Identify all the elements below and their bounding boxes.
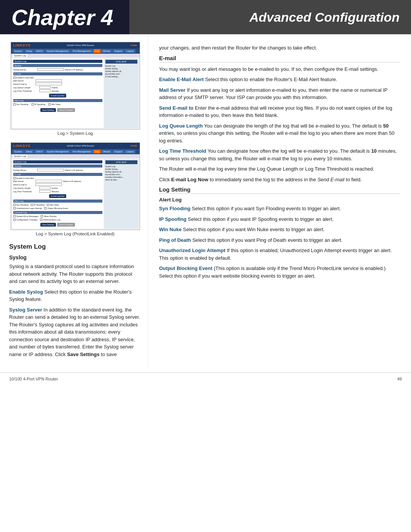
enable-syslog-term: Enable Syslog (9, 289, 43, 295)
email-log-para: The Router will e-mail the log every tim… (159, 165, 400, 173)
router-body-1: System Log Syslog Syslog Server (Name or… (11, 58, 140, 129)
email-log-now-term: E-mail Log Now (171, 177, 209, 182)
mail-server-para: Mail Server If you want any log or alert… (159, 86, 400, 101)
linksys-logo-1: LINKSYS (13, 43, 31, 47)
chapter-label: Chapter 4 (0, 0, 129, 34)
system-log-title: System Log (9, 243, 141, 251)
send-email-para: Send E-mail to Enter the e-mail address … (159, 104, 400, 119)
router-tabs-2: System Log (11, 154, 140, 158)
main-content: LINKSYS 10/100 4-Port VPN Router HOME Sy… (0, 34, 411, 369)
log-queue-para: Log Queue Length You can designate the l… (159, 122, 400, 145)
email-log-now-para: Click E-mail Log Now to immediately send… (159, 176, 400, 184)
syslog-para1: Syslog is a standard protocol used to ca… (9, 263, 141, 285)
log-time-para: Log Time Threshold You can designate how… (159, 147, 400, 162)
send-email-italic: Send E-mail to (317, 177, 350, 182)
log-time-term: Log Time Threshold (159, 148, 206, 154)
email-intro-para: You may want logs or alert messages to b… (159, 66, 400, 73)
page-header: Chapter 4 Advanced Configuration (0, 0, 411, 34)
win-nuke-para: Win Nuke Select this option if you want … (159, 226, 400, 233)
screenshot-1: LINKSYS 10/100 4-Port VPN Router HOME Sy… (11, 42, 140, 129)
log-queue-term: Log Queue Length (159, 123, 203, 129)
linksys-logo-2: LINKSYS (13, 144, 31, 148)
footer-left: 10/100 4-Port VPN Router (9, 377, 58, 381)
ping-of-death-term: Ping of Death (159, 237, 191, 243)
syn-flooding-para: Syn Flooding Select this option if you w… (159, 205, 400, 212)
router-tabs-1: System Log (11, 54, 140, 58)
footer-right: 49 (397, 377, 402, 381)
ip-spoofing-para: IP Spoofing Select this option if you wa… (159, 216, 400, 223)
router-body-2: System Log Syslog Syslog Server (Name or… (11, 158, 140, 230)
page-footer: 10/100 4-Port VPN Router 49 (0, 372, 411, 385)
enable-email-term: Enable E-Mail Alert (159, 77, 204, 82)
enable-email-para: Enable E-Mail Alert Select this option t… (159, 76, 400, 83)
output-blocking-para: Output Blocking Event (This option is av… (159, 265, 400, 280)
unauthorized-login-term: Unauthorized Login Attempt (159, 248, 225, 253)
mail-server-term: Mail Server (159, 87, 185, 93)
syslog-server-term: Syslog Server (9, 307, 42, 313)
intro-text: your changes, and then restart the Route… (159, 44, 400, 52)
syslog-server-para: Syslog Server In addition to the standar… (9, 306, 141, 358)
enable-syslog-para: Enable Syslog Select this option to enab… (9, 288, 141, 303)
syslog-subtitle: Syslog (9, 254, 141, 260)
router-sidebar-2: SITE MAP System Log Enable Syslog... Sys… (104, 159, 139, 228)
screenshot-2: LINKSYS 10/100 4-Port VPN Router HOME Sy… (11, 142, 140, 230)
win-nuke-term: Win Nuke (159, 227, 182, 232)
router-nav-2: System Setup DHCP System Management Port… (11, 149, 140, 154)
ip-spoofing-term: IP Spoofing (159, 216, 186, 222)
left-column: LINKSYS 10/100 4-Port VPN Router HOME Sy… (0, 34, 148, 369)
router-header-1: LINKSYS 10/100 4-Port VPN Router HOME (11, 42, 140, 48)
header-title-area: Advanced Configuration (129, 0, 411, 34)
unauthorized-login-para: Unauthorized Login Attempt If this optio… (159, 247, 400, 262)
log-setting-title: Log Setting (159, 186, 400, 194)
screenshot-2-caption: Log > System Log (ProtectLink Enabled) (9, 232, 141, 236)
router-header-2: LINKSYS 10/100 4-Port VPN Router HOME (11, 143, 140, 149)
output-blocking-term: Output Blocking Event (159, 265, 212, 271)
send-email-term: Send E-mail to (159, 105, 193, 111)
advanced-config-title: Advanced Configuration (249, 10, 400, 25)
right-column: your changes, and then restart the Route… (148, 34, 411, 369)
email-section-title: E-mail (159, 55, 400, 62)
router-main-2: System Log Syslog Syslog Server (Name or… (12, 159, 104, 228)
ping-of-death-para: Ping of Death Select this option if you … (159, 236, 400, 244)
router-nav-1: System Setup DHCP System Management Port… (11, 48, 140, 54)
router-sidebar-1: SITE MAP System Log Enable Syslog... Sys… (104, 59, 139, 128)
syn-flooding-term: Syn Flooding (159, 206, 190, 211)
screenshot-1-caption: Log > System Log (9, 131, 141, 136)
alert-log-subtitle: Alert Log (159, 197, 400, 203)
router-main-1: System Log Syslog Syslog Server (Name or… (12, 59, 104, 128)
